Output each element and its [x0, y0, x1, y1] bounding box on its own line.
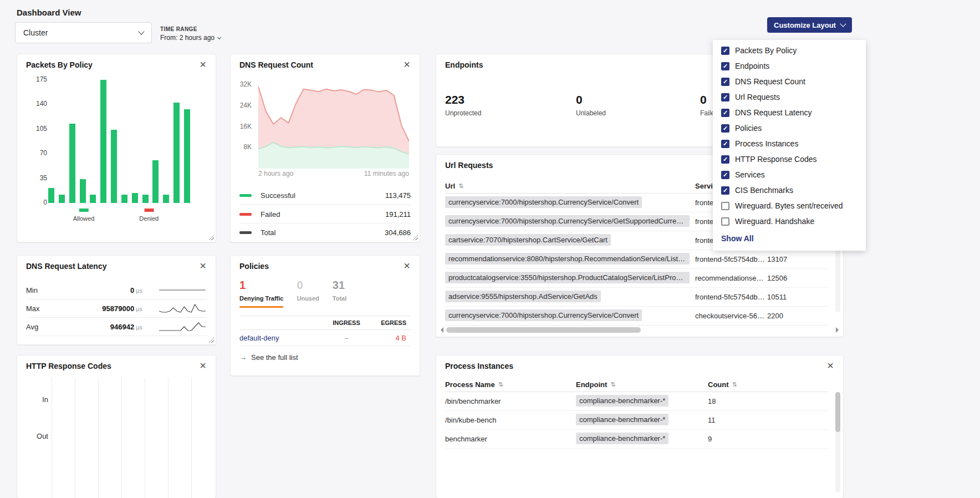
group-marker [144, 209, 154, 212]
table-row[interactable]: default-deny – 4 B [239, 330, 411, 346]
column-header-ingress: INGRESS [324, 319, 369, 326]
customize-item-label: Services [735, 170, 765, 179]
close-icon[interactable]: × [197, 58, 209, 71]
close-icon[interactable]: × [401, 58, 413, 71]
customize-item[interactable]: Policies [713, 120, 866, 136]
checkbox-icon[interactable] [721, 78, 729, 86]
checkbox-icon[interactable] [721, 62, 729, 70]
customize-item-label: DNS Request Count [735, 77, 805, 86]
column-header-url[interactable]: Url ⇅ [445, 182, 695, 190]
see-full-list-link[interactable]: → See the full list [239, 353, 298, 362]
customize-item[interactable]: Wireguard. Bytes sent/received [713, 198, 866, 214]
scrollbar-track[interactable] [445, 327, 834, 333]
row-label-out: Out [24, 418, 48, 454]
checkbox-icon[interactable] [721, 202, 729, 210]
axis-group-allowed: Allowed [73, 209, 95, 222]
card-title: HTTP Response Codes [26, 362, 111, 370]
customize-item[interactable]: Endpoints [713, 58, 866, 74]
horizontal-scrollbar[interactable] [441, 327, 839, 333]
latency-unit: µs [136, 306, 142, 312]
scroll-left-icon[interactable] [441, 327, 443, 333]
close-icon[interactable]: × [401, 259, 413, 272]
checkbox-icon[interactable] [721, 171, 729, 179]
vertical-scrollbar[interactable] [835, 392, 840, 492]
url-cell: cartservice:7070/hipstershop.CartService… [445, 234, 611, 246]
legend-row: Successful 113,475 [239, 186, 411, 205]
stat-unused[interactable]: 0 Unused [297, 279, 319, 308]
scroll-right-icon[interactable] [836, 327, 839, 333]
card-dns-request-latency: DNS Request Latency × Min 0µs Max 958790… [17, 255, 216, 345]
customize-item[interactable]: DNS Request Latency [713, 105, 866, 120]
y-tick-label: 175 [36, 75, 47, 83]
close-icon[interactable]: × [197, 259, 209, 272]
customize-item[interactable]: Process Instances [713, 136, 866, 151]
customize-item[interactable]: CIS Benchmarks [713, 182, 866, 198]
close-icon[interactable]: × [197, 359, 209, 372]
legend-label: Total [261, 228, 275, 237]
customize-item-label: Endpoints [735, 62, 769, 70]
checkbox-icon[interactable] [721, 186, 729, 195]
legend-row: Failed 191,211 [239, 205, 411, 223]
stat-value: 223 [445, 93, 576, 106]
column-header-egress: EGRESS [369, 319, 411, 326]
resize-handle[interactable] [413, 235, 418, 240]
y-tick-label: 16K [240, 123, 252, 130]
latency-unit: µs [136, 287, 142, 294]
column-header-count[interactable]: Count ⇅ [708, 380, 828, 389]
checkbox-icon[interactable] [721, 93, 729, 101]
customize-layout-button[interactable]: Customize Layout [767, 17, 852, 33]
table-row[interactable]: adservice:9555/hipstershop.AdService/Get… [445, 288, 828, 307]
http-chart-grid [52, 378, 208, 498]
checkbox-icon[interactable] [721, 155, 729, 164]
card-title: DNS Request Count [239, 60, 313, 69]
stat-denying-traffic[interactable]: 1 Denying Traffic [239, 279, 283, 308]
resize-handle[interactable] [209, 235, 214, 240]
stat-label: Unlabeled [576, 109, 700, 117]
y-tick-label: 70 [40, 149, 47, 157]
table-row[interactable]: currencyservice:7000/hipstershop.Currenc… [445, 307, 828, 326]
customize-item[interactable]: DNS Request Count [713, 74, 866, 89]
checkbox-icon[interactable] [721, 217, 729, 226]
table-row[interactable]: /bin/benchmarker compliance-benchmarker-… [445, 392, 828, 411]
column-header-endpoint[interactable]: Endpoint ⇅ [576, 380, 708, 389]
table-row[interactable]: recommendationservice:8080/hipstershop.R… [445, 250, 828, 269]
customize-item[interactable]: HTTP Response Codes [713, 151, 866, 167]
scrollbar-thumb[interactable] [835, 392, 840, 432]
dns-y-axis: 32K24K16K8K [235, 80, 255, 169]
customize-item[interactable]: Url Requests [713, 89, 866, 105]
card-title: Endpoints [445, 60, 483, 69]
show-all-link[interactable]: Show All [713, 229, 866, 243]
table-row[interactable]: benchmarker compliance-benchmarker-* 9 [445, 430, 828, 449]
url-cell: adservice:9555/hipstershop.AdService/Get… [445, 291, 601, 302]
time-range-from[interactable]: From: 2 hours ago [160, 34, 221, 42]
close-icon[interactable]: × [824, 359, 836, 372]
cluster-select[interactable]: Cluster [15, 22, 152, 43]
resize-handle[interactable] [209, 338, 214, 343]
card-title: Url Requests [445, 161, 493, 170]
stat-unlabeled: 0 Unlabeled [576, 93, 700, 117]
dns-area-chart [258, 80, 409, 169]
row-label-in: In [24, 381, 48, 418]
checkbox-icon[interactable] [721, 47, 729, 55]
sparkline-chart [158, 322, 207, 332]
customize-layout-panel: Packets By Policy Endpoints DNS Request … [713, 40, 866, 251]
checkbox-icon[interactable] [721, 109, 729, 117]
card-policies: Policies × 1 Denying Traffic 0 Unused 31… [230, 255, 420, 376]
table-row[interactable]: productcatalogservice:3550/hipstershop.P… [445, 269, 828, 288]
checkbox-icon[interactable] [721, 140, 729, 148]
policy-link[interactable]: default-deny [239, 334, 324, 342]
y-tick-label: 105 [36, 125, 47, 133]
customize-item[interactable]: Wireguard. Handshake [713, 214, 866, 229]
table-row[interactable]: /bin/kube-bench compliance-benchmarker-*… [445, 411, 828, 430]
scrollbar-thumb[interactable] [446, 327, 641, 333]
column-header-process-name[interactable]: Process Name ⇅ [445, 380, 576, 389]
customize-item[interactable]: Packets By Policy [713, 43, 866, 58]
checkbox-icon[interactable] [721, 124, 729, 133]
sparkline-max [158, 303, 207, 313]
card-http-response-codes: HTTP Response Codes × In Out [17, 355, 216, 498]
customize-item[interactable]: Services [713, 167, 866, 182]
bar [142, 195, 149, 203]
stat-total[interactable]: 31 Total [333, 279, 346, 308]
latency-row-avg: Avg 946942µs [26, 318, 207, 336]
stat-value: 0 [576, 93, 700, 106]
